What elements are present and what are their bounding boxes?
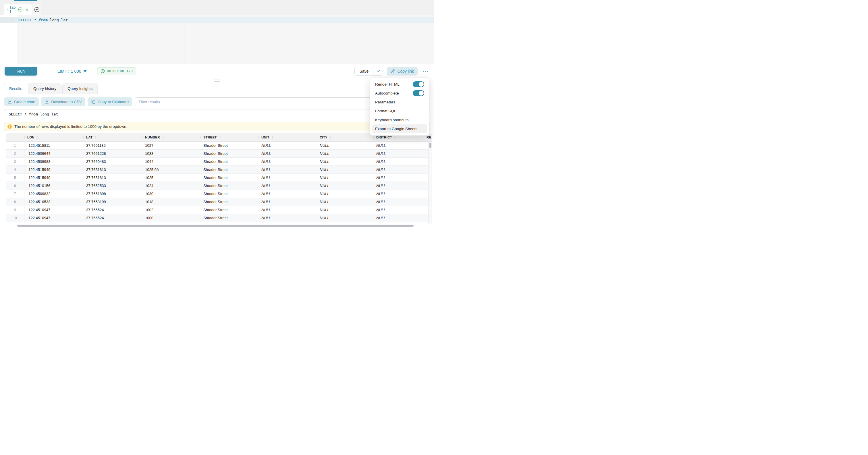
- lat-cell[interactable]: 37.7651228: [83, 150, 142, 157]
- city-cell[interactable]: NULL: [317, 142, 373, 149]
- row-number-cell[interactable]: 4: [6, 166, 24, 174]
- drag-handle-icon[interactable]: [7, 8, 8, 11]
- results-tab[interactable]: Query history: [28, 83, 61, 94]
- street-cell[interactable]: Shrader Street: [200, 198, 258, 206]
- unit-cell[interactable]: NULL: [258, 166, 317, 174]
- menu-item[interactable]: Parameters: [372, 98, 427, 106]
- district-cell[interactable]: NULL: [373, 190, 424, 198]
- lat-cell[interactable]: 37.7653199: [83, 198, 142, 206]
- results-tab[interactable]: Results: [4, 83, 27, 94]
- column-header-street[interactable]: STREET: [200, 133, 258, 141]
- district-cell[interactable]: NULL: [373, 198, 424, 206]
- district-cell[interactable]: NULL: [373, 150, 424, 157]
- lon-cell[interactable]: -122.4509644: [24, 150, 83, 157]
- city-cell[interactable]: NULL: [317, 150, 373, 157]
- number-cell[interactable]: 1024: [142, 182, 200, 189]
- row-number-cell[interactable]: 10: [6, 214, 24, 222]
- lon-cell[interactable]: -122.4515949: [24, 174, 83, 182]
- limit-dropdown[interactable]: LIMIT: 1 000: [57, 69, 87, 73]
- city-cell[interactable]: NULL: [317, 174, 373, 182]
- district-cell[interactable]: NULL: [373, 206, 424, 214]
- district-cell[interactable]: NULL: [373, 158, 424, 165]
- city-cell[interactable]: NULL: [317, 190, 373, 198]
- number-cell[interactable]: 1030: [142, 190, 200, 198]
- street-cell[interactable]: Shrader Street: [200, 166, 258, 174]
- toggle-switch-on[interactable]: [413, 81, 424, 87]
- lat-cell[interactable]: 37.7651898: [83, 190, 142, 198]
- unit-cell[interactable]: NULL: [258, 214, 317, 222]
- row-number-cell[interactable]: 8: [6, 198, 24, 206]
- unit-cell[interactable]: NULL: [258, 150, 317, 157]
- street-cell[interactable]: Shrader Street: [200, 142, 258, 149]
- lat-cell[interactable]: 37.7651813: [83, 174, 142, 182]
- lat-cell[interactable]: 37.7652533: [83, 182, 142, 189]
- lat-cell[interactable]: 37.7651135: [83, 142, 142, 149]
- close-tab-icon[interactable]: ✕: [25, 7, 29, 12]
- lon-cell[interactable]: -122.4515811: [24, 142, 83, 149]
- vertical-scrollbar[interactable]: [428, 142, 432, 228]
- lon-cell[interactable]: -122.4510947: [24, 214, 83, 222]
- row-number-cell[interactable]: 6: [6, 182, 24, 189]
- street-cell[interactable]: Shrader Street: [200, 214, 258, 222]
- save-options-button[interactable]: [373, 67, 383, 75]
- number-cell[interactable]: 1018: [142, 198, 200, 206]
- more-options-button[interactable]: [421, 70, 429, 73]
- street-cell[interactable]: Shrader Street: [200, 174, 258, 182]
- lat-cell[interactable]: 37.7650483: [83, 158, 142, 165]
- number-cell[interactable]: 1038: [142, 150, 200, 157]
- city-cell[interactable]: NULL: [317, 158, 373, 165]
- lat-cell[interactable]: 37.765524: [83, 214, 142, 222]
- copy-link-button[interactable]: Copy link: [387, 67, 417, 75]
- column-header-lon[interactable]: LON: [24, 133, 83, 141]
- save-button[interactable]: Save: [355, 67, 373, 75]
- district-cell[interactable]: NULL: [373, 182, 424, 189]
- column-header-lat[interactable]: LAT: [83, 133, 142, 141]
- column-header-number[interactable]: NUMBER: [142, 133, 200, 141]
- number-cell[interactable]: 1025.0A: [142, 166, 200, 174]
- download-csv-button[interactable]: Download to CSV: [41, 97, 85, 106]
- district-cell[interactable]: NULL: [373, 174, 424, 182]
- sort-icon[interactable]: [219, 136, 221, 139]
- column-header-unit[interactable]: UNIT: [258, 133, 317, 141]
- street-cell[interactable]: Shrader Street: [200, 182, 258, 189]
- sort-icon[interactable]: [330, 136, 332, 139]
- lon-cell[interactable]: -122.4510947: [24, 206, 83, 214]
- city-cell[interactable]: NULL: [317, 206, 373, 214]
- results-tab[interactable]: Query Insights: [62, 83, 98, 94]
- street-cell[interactable]: Shrader Street: [200, 150, 258, 157]
- district-cell[interactable]: NULL: [373, 214, 424, 222]
- number-cell[interactable]: 1000: [142, 214, 200, 222]
- number-cell[interactable]: 1044: [142, 158, 200, 165]
- column-header-city[interactable]: CITY: [317, 133, 373, 141]
- new-tab-button[interactable]: [32, 4, 41, 15]
- unit-cell[interactable]: NULL: [258, 142, 317, 149]
- number-cell[interactable]: 1027: [142, 142, 200, 149]
- district-cell[interactable]: NULL: [373, 142, 424, 149]
- district-cell[interactable]: NULL: [373, 166, 424, 174]
- sort-icon[interactable]: [394, 136, 396, 139]
- lon-cell[interactable]: -122.4510533: [24, 198, 83, 206]
- menu-item[interactable]: Export to Google Sheets: [372, 124, 427, 133]
- unit-cell[interactable]: NULL: [258, 198, 317, 206]
- copy-clipboard-button[interactable]: Copy to Clipboard: [88, 97, 132, 106]
- city-cell[interactable]: NULL: [317, 182, 373, 189]
- row-number-cell[interactable]: 5: [6, 174, 24, 182]
- sort-icon[interactable]: [272, 136, 273, 139]
- run-button[interactable]: Run: [5, 67, 37, 75]
- row-number-cell[interactable]: 1: [6, 142, 24, 149]
- sort-icon[interactable]: [162, 136, 164, 139]
- row-number-cell[interactable]: 2: [6, 150, 24, 157]
- number-cell[interactable]: 1002: [142, 206, 200, 214]
- sort-icon[interactable]: [37, 136, 38, 139]
- lat-cell[interactable]: 37.765524: [83, 206, 142, 214]
- city-cell[interactable]: NULL: [317, 214, 373, 222]
- street-cell[interactable]: Shrader Street: [200, 206, 258, 214]
- create-chart-button[interactable]: Create chart: [4, 97, 39, 106]
- row-number-cell[interactable]: 7: [6, 190, 24, 198]
- unit-cell[interactable]: NULL: [258, 182, 317, 189]
- row-number-cell[interactable]: 3: [6, 158, 24, 165]
- unit-cell[interactable]: NULL: [258, 206, 317, 214]
- lon-cell[interactable]: -122.4515949: [24, 166, 83, 174]
- panel-resize-handle[interactable]: [0, 78, 434, 83]
- number-cell[interactable]: 1025: [142, 174, 200, 182]
